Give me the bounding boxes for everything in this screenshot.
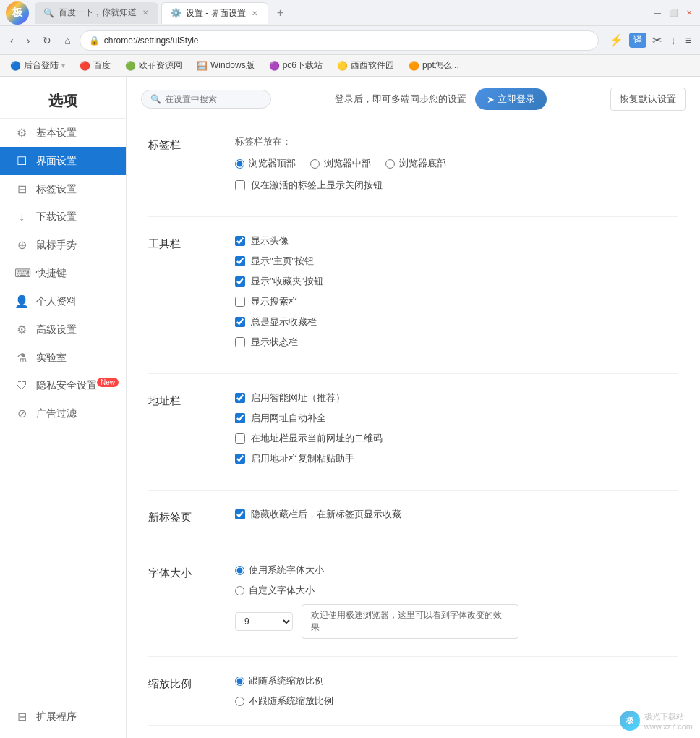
sidebar-label-extensions: 扩展程序 <box>36 711 77 724</box>
show-search-check[interactable]: 显示搜索栏 <box>235 295 678 308</box>
forward-button[interactable]: › <box>22 32 35 49</box>
sidebar-item-adblock[interactable]: ⊘ 广告过滤 <box>0 399 126 428</box>
search-wrap[interactable]: 🔍 <box>141 90 271 109</box>
refresh-button[interactable]: ↻ <box>38 32 56 49</box>
sidebar-item-privacy[interactable]: 🛡 隐私安全设置 New <box>0 372 126 399</box>
sidebar-item-lab[interactable]: ⚗ 实验室 <box>0 344 126 372</box>
bookmark-oufe[interactable]: 🟢 欧菲资源网 <box>121 58 187 73</box>
show-avatar-check[interactable]: 显示头像 <box>235 234 678 247</box>
show-fav-newtab-check[interactable]: 隐藏收藏栏后，在新标签页显示收藏 <box>235 508 678 521</box>
minimize-button[interactable]: — <box>652 8 662 18</box>
tab-close-2[interactable]: ✕ <box>250 8 259 19</box>
watermark-url: www.xz7.com <box>644 722 693 731</box>
bookmark-xixi[interactable]: 🟡 西西软件园 <box>333 58 398 73</box>
bookmark-ppt[interactable]: 🟠 ppt怎么... <box>404 58 464 73</box>
fontsize-section: 字体大小 使用系统字体大小 自定义字体大小 8 9 10 <box>148 546 678 657</box>
nofollow-zoom-label: 不跟随系统缩放比例 <box>249 695 333 708</box>
search-icon: 🔍 <box>150 94 161 104</box>
radio-custom-font[interactable]: 自定义字体大小 <box>235 584 678 597</box>
menu-button[interactable]: ≡ <box>682 31 694 50</box>
sidebar-item-extensions[interactable]: ⊟ 扩展程序 <box>0 703 126 731</box>
lock-icon: 🔒 <box>89 35 100 46</box>
bookmark-icon-3: 🪟 <box>197 61 208 71</box>
qrcode-check[interactable]: 在地址栏显示当前网址的二维码 <box>235 432 678 445</box>
new-tab-button[interactable]: + <box>271 4 289 22</box>
tab-baidu[interactable]: 🔍 百度一下，你就知道 ✕ <box>35 2 158 24</box>
autocomplete-check[interactable]: 启用网址自动补全 <box>235 412 678 425</box>
sidebar-item-download[interactable]: ↓ 下载设置 <box>0 203 126 231</box>
bookmark-label-0: 后台登陆 <box>24 59 59 72</box>
tab-settings[interactable]: ⚙️ 设置 - 界面设置 ✕ <box>161 2 268 24</box>
radio-middle[interactable]: 浏览器中部 <box>310 157 371 170</box>
scissors-button[interactable]: ✂ <box>649 30 665 50</box>
addressbar-section: 地址栏 启用智能网址（推荐） 启用网址自动补全 在地址栏显示当前网址的二维码 <box>148 374 678 491</box>
bookmark-icon-2: 🟢 <box>125 61 136 71</box>
show-status-check[interactable]: 显示状态栏 <box>235 336 678 349</box>
restore-defaults-button[interactable]: 恢复默认设置 <box>610 88 686 111</box>
show-fav-check[interactable]: 显示"收藏夹"按钮 <box>235 275 678 288</box>
restore-button[interactable]: ⬜ <box>668 8 678 18</box>
back-button[interactable]: ‹ <box>6 32 18 49</box>
adblock-icon: ⊘ <box>14 407 29 420</box>
show-bookmarks-check[interactable]: 总是显示收藏栏 <box>235 315 678 328</box>
address-input[interactable] <box>104 35 589 46</box>
font-size-row: 8 9 10 11 12 14 16 欢迎使用极速浏览器，这里可以看到字体改变的… <box>235 604 678 639</box>
bookmark-baidu[interactable]: 🔴 百度 <box>75 58 115 73</box>
mouse-icon: ⊕ <box>14 238 29 252</box>
radio-nofollow-zoom[interactable]: 不跟随系统缩放比例 <box>235 695 678 708</box>
sidebar-label-tabs: 标签设置 <box>36 183 77 196</box>
smart-url-check[interactable]: 启用智能网址（推荐） <box>235 391 678 404</box>
font-size-select[interactable]: 8 9 10 11 12 14 16 <box>235 612 293 631</box>
show-home-check[interactable]: 显示"主页"按钮 <box>235 255 678 268</box>
paste-helper-label: 启用地址栏复制粘贴助手 <box>251 452 354 465</box>
sidebar-item-advanced[interactable]: ⚙ 高级设置 <box>0 315 126 344</box>
bookmark-icon-4: 🟣 <box>269 61 280 71</box>
tab-close-1[interactable]: ✕ <box>141 7 150 18</box>
radio-system-font[interactable]: 使用系统字体大小 <box>235 564 678 577</box>
newtab-title: 新标签页 <box>148 508 206 528</box>
zoom-body: 跟随系统缩放比例 不跟随系统缩放比例 <box>235 674 678 708</box>
sidebar-item-profile[interactable]: 👤 个人资料 <box>0 287 126 315</box>
toolbar: ‹ › ↻ ⌂ 🔒 ⚡ 译 ✂ ↓ ≡ <box>0 26 700 55</box>
sidebar-item-tabs[interactable]: ⊟ 标签设置 <box>0 175 126 203</box>
download-button[interactable]: ↓ <box>667 31 679 50</box>
paste-helper-check[interactable]: 启用地址栏复制粘贴助手 <box>235 452 678 465</box>
lightning-button[interactable]: ⚡ <box>606 30 626 50</box>
radio-bottom[interactable]: 浏览器底部 <box>385 157 446 170</box>
login-prompt: 登录后，即可多端同步您的设置 ➤ 立即登录 <box>335 88 547 110</box>
radio-middle-label: 浏览器中部 <box>324 157 371 170</box>
address-bar[interactable]: 🔒 <box>80 30 599 51</box>
translate-button[interactable]: 译 <box>629 33 646 48</box>
close-btn-label: 仅在激活的标签上显示关闭按钮 <box>251 179 383 192</box>
bookmark-label-6: ppt怎么... <box>422 59 459 72</box>
ui-icon: ☐ <box>14 154 29 168</box>
toolbar-section: 工具栏 显示头像 显示"主页"按钮 显示"收藏夹"按钮 <box>148 217 678 374</box>
tabbar-body: 标签栏放在： 浏览器顶部 浏览器中部 浏览器底部 <box>235 135 678 199</box>
bookmark-pc6[interactable]: 🟣 pc6下载站 <box>265 58 327 73</box>
radio-top[interactable]: 浏览器顶部 <box>235 157 296 170</box>
search-input[interactable] <box>165 94 273 104</box>
sidebar-label-advanced: 高级设置 <box>36 323 77 336</box>
login-button[interactable]: ➤ 立即登录 <box>475 88 547 110</box>
show-fav-newtab-label: 隐藏收藏栏后，在新标签页显示收藏 <box>251 508 401 521</box>
tab-label: 百度一下，你就知道 <box>59 7 137 19</box>
sidebar-item-basic[interactable]: ⚙ 基本设置 <box>0 119 126 147</box>
sidebar-item-ui[interactable]: ☐ 界面设置 <box>0 147 126 175</box>
sidebar-item-shortcut[interactable]: ⌨ 快捷键 <box>0 259 126 287</box>
addressbar-body: 启用智能网址（推荐） 启用网址自动补全 在地址栏显示当前网址的二维码 启用地址栏… <box>235 391 678 472</box>
tabbar-section: 标签栏 标签栏放在： 浏览器顶部 浏览器中部 <box>148 118 678 217</box>
sidebar: 选项 ⚙ 基本设置 ☐ 界面设置 ⊟ 标签设置 ↓ 下载设置 ⊕ 鼠标手势 ⌨ … <box>0 77 127 738</box>
privacy-icon: 🛡 <box>14 379 29 392</box>
home-button[interactable]: ⌂ <box>60 32 74 49</box>
bookmark-backend[interactable]: 🔵 后台登陆 ▾ <box>6 58 69 73</box>
advanced-icon: ⚙ <box>14 323 29 336</box>
tabbar-title: 标签栏 <box>148 135 206 199</box>
radio-follow-zoom[interactable]: 跟随系统缩放比例 <box>235 674 678 687</box>
bookmark-windows[interactable]: 🪟 Windows版 <box>192 58 259 73</box>
zoom-section: 缩放比例 跟随系统缩放比例 不跟随系统缩放比例 <box>148 657 678 726</box>
sidebar-item-mouse[interactable]: ⊕ 鼠标手势 <box>0 231 126 259</box>
close-button[interactable]: ✕ <box>684 8 694 18</box>
sidebar-label-adblock: 广告过滤 <box>36 407 77 420</box>
sidebar-label-mouse: 鼠标手势 <box>36 239 77 252</box>
close-btn-check[interactable]: 仅在激活的标签上显示关闭按钮 <box>235 179 678 192</box>
